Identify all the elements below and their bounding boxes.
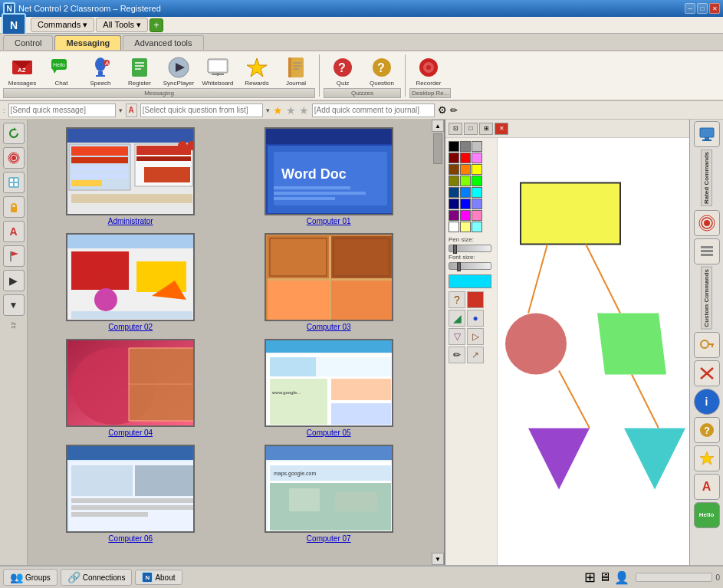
groups-tab[interactable]: 👥 Groups [3, 569, 58, 586]
pen-size-slider[interactable] [449, 245, 491, 252]
wb-zoom-button[interactable]: ⊞ [479, 123, 493, 135]
color-navy[interactable] [449, 187, 459, 198]
wb-normal-button[interactable]: □ [464, 123, 478, 135]
maximize-button[interactable]: □ [697, 3, 708, 14]
color-lightcyan[interactable] [472, 222, 482, 232]
tab-advanced-tools[interactable]: Advanced tools [123, 35, 203, 50]
commands-menu[interactable]: Commands ▾ [31, 18, 94, 32]
quick-message-input[interactable] [8, 103, 116, 117]
star-icon[interactable]: ★ [273, 104, 283, 117]
current-color-strip[interactable] [449, 274, 491, 288]
color-hotpink[interactable] [472, 210, 482, 221]
text-button[interactable]: A [3, 221, 25, 242]
pen-size-thumb[interactable] [453, 245, 457, 254]
draw-pencil-button[interactable]: ✏ [449, 347, 465, 363]
draw-tri-purple-button[interactable]: ▽ [449, 328, 465, 345]
wb-close-button[interactable]: ✕ [495, 123, 508, 135]
recorder-button[interactable]: Recorder [409, 53, 448, 87]
color-purple[interactable] [449, 210, 459, 221]
computer-thumb-admin[interactable]: Administrator [34, 126, 228, 227]
journal-button[interactable]: Journal [277, 53, 315, 87]
computer-thumb-comp01[interactable]: Word Doc Computer 01 [232, 126, 426, 227]
color-cyan[interactable] [472, 187, 482, 198]
color-black[interactable] [449, 141, 459, 152]
color-lightblue[interactable] [472, 199, 482, 209]
whiteboard-button[interactable]: Whiteboard [199, 53, 237, 87]
chat-button[interactable]: Hello Chat [42, 53, 81, 87]
lock-button[interactable] [3, 196, 25, 218]
color-orange[interactable] [460, 164, 471, 175]
rewards-button[interactable]: Rewards [238, 53, 276, 87]
rs-broadcast-button[interactable] [694, 210, 720, 236]
color-olive[interactable] [449, 176, 459, 186]
forward-button[interactable]: ▶ [3, 270, 25, 291]
color-white[interactable] [449, 222, 459, 232]
network-button[interactable] [3, 172, 25, 193]
color-green[interactable] [472, 176, 482, 186]
all-tools-menu[interactable]: All Tools ▾ [96, 18, 148, 32]
connections-tab[interactable]: 🔗 Connections [61, 569, 133, 586]
down-button[interactable]: ▼ [3, 294, 25, 316]
grid-scrollbar[interactable]: ▲ ▼ [432, 120, 444, 565]
rs-question-button[interactable]: ? [694, 417, 720, 443]
color-lightgray[interactable] [472, 141, 482, 152]
grid-view-icon[interactable]: ⊞ [584, 569, 596, 586]
draw-tri-up-button[interactable]: ▷ [467, 328, 484, 345]
question-button[interactable]: ? Question [363, 53, 401, 87]
font-size-thumb[interactable] [457, 262, 461, 271]
tab-control[interactable]: Control [3, 35, 53, 50]
draw-arrow-green-button[interactable]: ◢ [449, 310, 465, 327]
font-size-slider[interactable] [449, 262, 491, 270]
color-pink[interactable] [472, 153, 482, 163]
computer-thumb-comp05[interactable]: www.google... Computer 05 [232, 337, 426, 439]
rs-stamp-button[interactable] [694, 360, 720, 386]
computer-thumb-comp07[interactable]: maps.google.com Computer 07 [232, 443, 426, 544]
rs-star-button[interactable] [694, 445, 720, 471]
rs-hello-button[interactable]: Hello [694, 502, 720, 528]
color-gray[interactable] [460, 141, 471, 152]
rs-info-button[interactable]: i [694, 389, 720, 415]
broadcast-button[interactable] [3, 147, 25, 169]
speech-button[interactable]: A Speech [81, 53, 120, 87]
font-button[interactable]: A [126, 103, 137, 117]
scroll-up-button[interactable]: ▲ [432, 120, 444, 132]
settings-icon[interactable]: ⚙ [438, 104, 447, 116]
computer-thumb-comp04[interactable]: Computer 04 [34, 337, 228, 439]
tab-messaging[interactable]: Messaging [54, 35, 121, 50]
rs-monitor-button[interactable] [694, 121, 720, 147]
color-yellow[interactable] [472, 164, 482, 175]
scroll-thumb[interactable] [433, 133, 442, 164]
rs-key-button[interactable] [694, 332, 720, 358]
whiteboard-canvas[interactable] [498, 138, 689, 565]
scroll-down-button[interactable]: ▼ [432, 553, 444, 565]
computer-thumb-comp03[interactable]: Computer 03 [232, 232, 426, 333]
edit-icon[interactable]: ✏ [450, 105, 458, 116]
messages-button[interactable]: AZ Messages [3, 53, 41, 87]
draw-curve-button[interactable]: ? [449, 291, 465, 308]
rs-lines-button[interactable] [694, 238, 720, 264]
star-empty-icon[interactable]: ★ [286, 104, 296, 117]
journal-comment-input[interactable] [312, 103, 435, 117]
draw-pointer-button[interactable]: ↗ [467, 347, 484, 363]
about-tab[interactable]: N About [135, 570, 182, 585]
rs-font-button[interactable]: A [694, 474, 720, 500]
person-status-icon[interactable]: 👤 [614, 570, 629, 585]
close-button[interactable]: ✕ [709, 3, 720, 14]
wb-fit-button[interactable]: ⊡ [449, 123, 462, 135]
computer-thumb-comp06[interactable]: Computer 06 [34, 443, 228, 544]
quick-question-input[interactable] [140, 103, 263, 117]
color-red[interactable] [460, 153, 471, 163]
refresh-button[interactable] [3, 123, 25, 144]
star-empty2-icon[interactable]: ★ [299, 104, 309, 117]
color-lime[interactable] [460, 176, 471, 186]
minimize-button[interactable]: ─ [685, 3, 695, 14]
quiz-button[interactable]: ? Quiz [324, 53, 362, 87]
color-brown[interactable] [449, 164, 459, 175]
register-button[interactable]: Register [120, 53, 159, 87]
color-medblue[interactable] [460, 199, 471, 209]
draw-circle-blue-button[interactable]: ● [467, 310, 484, 327]
monitor-status-icon[interactable]: 🖥 [599, 570, 611, 584]
color-darkred[interactable] [449, 153, 459, 163]
color-blue[interactable] [460, 187, 471, 198]
add-tool-button[interactable]: + [150, 18, 163, 32]
